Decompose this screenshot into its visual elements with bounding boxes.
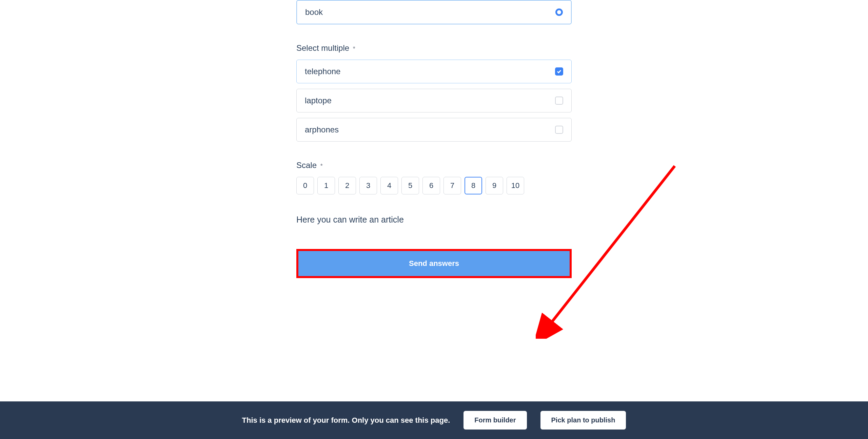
checkbox-label: arphones xyxy=(305,125,339,134)
required-indicator: * xyxy=(320,163,323,169)
scale-item-0[interactable]: 0 xyxy=(296,177,314,194)
checkbox-unchecked-icon xyxy=(555,126,563,134)
send-answers-button[interactable]: Send answers xyxy=(298,251,570,276)
multi-select-label-text: Select multiple xyxy=(296,43,349,53)
scale-container: 0 1 2 3 4 5 6 7 8 9 10 xyxy=(296,177,572,194)
send-button-highlight: Send answers xyxy=(296,249,572,278)
checkbox-option-telephone[interactable]: telephone xyxy=(296,60,572,83)
scale-item-3[interactable]: 3 xyxy=(359,177,377,194)
scale-item-10[interactable]: 10 xyxy=(507,177,524,194)
checkbox-option-laptope[interactable]: laptope xyxy=(296,89,572,112)
required-indicator: * xyxy=(353,45,355,52)
checkbox-checked-icon xyxy=(555,67,563,76)
scale-item-1[interactable]: 1 xyxy=(317,177,335,194)
scale-label-text: Scale xyxy=(296,161,317,170)
scale-item-2[interactable]: 2 xyxy=(338,177,356,194)
radio-option-book[interactable]: book xyxy=(296,0,572,24)
radio-option-label: book xyxy=(305,7,323,17)
scale-item-4[interactable]: 4 xyxy=(380,177,398,194)
pick-plan-button[interactable]: Pick plan to publish xyxy=(540,411,626,430)
preview-footer-bar: This is a preview of your form. Only you… xyxy=(0,401,868,439)
scale-item-7[interactable]: 7 xyxy=(443,177,461,194)
scale-item-5[interactable]: 5 xyxy=(401,177,419,194)
multi-select-label: Select multiple * xyxy=(296,43,572,53)
preview-footer-text: This is a preview of your form. Only you… xyxy=(242,416,450,425)
article-text: Here you can write an article xyxy=(296,215,572,225)
scale-label: Scale * xyxy=(296,161,572,170)
scale-item-9[interactable]: 9 xyxy=(486,177,503,194)
form-builder-button[interactable]: Form builder xyxy=(463,411,527,430)
checkbox-option-arphones[interactable]: arphones xyxy=(296,118,572,142)
checkbox-label: telephone xyxy=(305,67,340,76)
checkbox-unchecked-icon xyxy=(555,97,563,105)
scale-item-6[interactable]: 6 xyxy=(422,177,440,194)
radio-selected-icon xyxy=(555,8,563,16)
checkbox-label: laptope xyxy=(305,96,332,105)
scale-item-8[interactable]: 8 xyxy=(465,177,482,194)
